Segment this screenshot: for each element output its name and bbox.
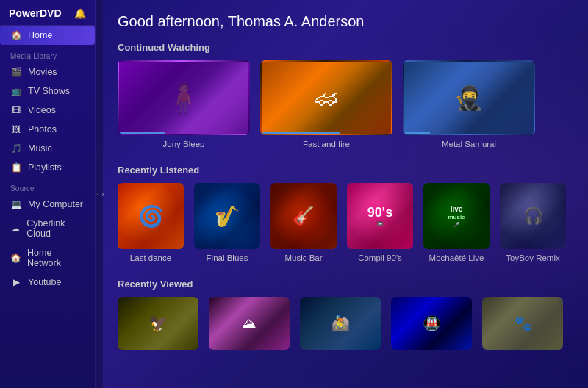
rv-card-0[interactable]: 🦅 xyxy=(118,297,198,350)
rl-label-1: Final Blues xyxy=(207,254,248,262)
rl-label-0: Last dance xyxy=(130,254,171,262)
cw-label-0: Jony Bleep xyxy=(163,140,205,148)
continued-watching-row: 🧍 Jony Bleep 🏎 Fast and fire xyxy=(118,60,573,148)
playlists-icon: 📋 xyxy=(10,162,22,173)
sidebar-videos-label: Videos xyxy=(28,105,56,115)
cw-card-2[interactable]: 🥷 Metal Samurai xyxy=(403,60,535,148)
rv-card-3[interactable]: 🚇 xyxy=(391,297,472,350)
sidebar-item-home[interactable]: 🏠 Home xyxy=(0,26,95,45)
recently-listened-row: 🌀 Last dance 🎷 Final Blues xyxy=(118,183,573,262)
sidebar-item-cyberlink[interactable]: ☁ Cyberlink Cloud xyxy=(0,214,95,243)
movies-icon: 🎬 xyxy=(10,67,22,77)
youtube-icon: ▶ xyxy=(10,277,22,287)
sidebar-item-photos[interactable]: 🖼 Photos xyxy=(0,120,95,139)
sidebar-item-movies[interactable]: 🎬 Movies xyxy=(0,62,95,82)
rv-card-2[interactable]: 🚵 xyxy=(300,297,381,350)
main-content: Good afternoon, Thomas A. Anderson Conti… xyxy=(103,0,588,388)
sidebar-item-music[interactable]: 🎵 Music xyxy=(0,139,95,158)
greeting: Good afternoon, Thomas A. Anderson xyxy=(118,13,573,30)
rl-card-1[interactable]: 🎷 Final Blues xyxy=(194,183,260,262)
cw-card-1[interactable]: 🏎 Fast and fire xyxy=(260,60,392,148)
sidebar-youtube-label: Youtube xyxy=(28,277,61,287)
sidebar-item-youtube[interactable]: ▶ Youtube xyxy=(0,273,95,292)
sidebar-homenetwork-label: Home Network xyxy=(27,248,85,268)
sidebar-collapse-handle[interactable]: › xyxy=(96,0,103,388)
rl-label-5: ToyBoy Remix xyxy=(506,254,560,262)
cloud-icon: ☁ xyxy=(10,223,21,234)
sidebar-movies-label: Movies xyxy=(28,67,57,77)
sidebar-header: PowerDVD 🔔 xyxy=(0,0,95,26)
rl-card-0[interactable]: 🌀 Last dance xyxy=(118,183,184,262)
recently-viewed-row: 🦅 ⛰ 🚵 🚇 xyxy=(118,297,573,350)
rl-label-2: Music Bar xyxy=(284,254,322,262)
sidebar-home-label: Home xyxy=(28,30,52,40)
sidebar-music-label: Music xyxy=(28,143,52,154)
recently-viewed-title: Recently Viewed xyxy=(118,279,573,290)
sidebar-item-playlists[interactable]: 📋 Playlists xyxy=(0,158,95,177)
rl-card-2[interactable]: 🎸 Music Bar xyxy=(270,183,337,262)
rl-card-5[interactable]: 🎧 ToyBoy Remix xyxy=(500,183,566,262)
tvshows-icon: 📺 xyxy=(10,86,22,96)
computer-icon: 💻 xyxy=(10,199,22,209)
sidebar-item-videos[interactable]: 🎞 Videos xyxy=(0,101,95,120)
music-icon: 🎵 xyxy=(10,143,22,154)
continued-watching-title: Continued Watching xyxy=(118,42,573,53)
sidebar-item-tvshows[interactable]: 📺 TV Shows xyxy=(0,82,95,101)
sidebar-photos-label: Photos xyxy=(28,124,57,134)
rl-label-4: Mochaété Live xyxy=(429,254,484,262)
cw-label-1: Fast and fire xyxy=(303,140,350,148)
sidebar-source-label: Source xyxy=(0,177,95,195)
sidebar-item-mycomputer[interactable]: 💻 My Computer xyxy=(0,195,95,214)
sidebar-cyberlink-label: Cyberlink Cloud xyxy=(26,218,85,239)
network-icon: 🏠 xyxy=(10,253,21,263)
sidebar: PowerDVD 🔔 🏠 Home Media Library 🎬 Movies… xyxy=(0,0,96,388)
rl-card-4[interactable]: live music 🎤 Mochaété Live xyxy=(423,183,490,262)
sidebar-media-library-label: Media Library xyxy=(0,45,95,62)
photos-icon: 🖼 xyxy=(10,124,22,134)
sidebar-tvshows-label: TV Shows xyxy=(28,86,70,96)
rl-label-3: Compil 90's xyxy=(358,254,402,262)
cw-label-2: Metal Samurai xyxy=(442,140,496,148)
sidebar-item-homenetwork[interactable]: 🏠 Home Network xyxy=(0,243,95,273)
sidebar-playlists-label: Playlists xyxy=(28,162,62,173)
rl-card-3[interactable]: 90's 📼 Compil 90's xyxy=(347,183,413,262)
app-title: PowerDVD xyxy=(9,7,62,19)
cw-card-0[interactable]: 🧍 Jony Bleep xyxy=(118,60,250,148)
sidebar-mycomputer-label: My Computer xyxy=(28,199,83,209)
rv-card-1[interactable]: ⛰ xyxy=(209,297,290,350)
videos-icon: 🎞 xyxy=(10,105,22,115)
home-icon: 🏠 xyxy=(10,30,22,40)
recently-listened-title: Recently Listened xyxy=(118,165,573,176)
rv-card-4[interactable]: 🐾 xyxy=(482,297,563,350)
bell-icon[interactable]: 🔔 xyxy=(74,8,86,19)
